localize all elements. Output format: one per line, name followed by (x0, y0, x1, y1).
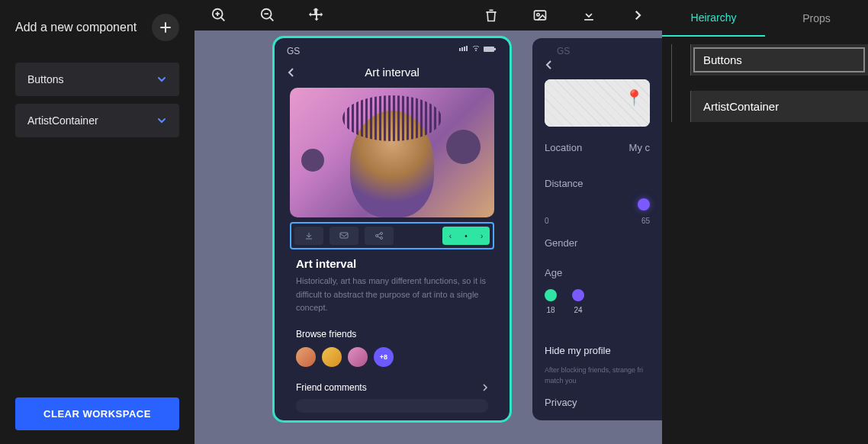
hierarchy-item-buttons[interactable]: Buttons (690, 44, 868, 76)
slider-thumb[interactable] (638, 198, 650, 211)
svg-point-8 (475, 50, 477, 51)
svg-rect-4 (459, 48, 461, 51)
avatar[interactable] (322, 347, 342, 367)
tab-hierarchy[interactable]: Heirarchy (662, 0, 765, 37)
distance-slider[interactable] (545, 200, 650, 211)
distance-max: 65 (641, 217, 650, 225)
plus-icon (159, 21, 172, 34)
svg-rect-10 (494, 48, 496, 50)
phone-mockup-settings[interactable]: GS 📍 Location My c Distance 0 65 (532, 38, 662, 420)
svg-rect-11 (340, 233, 348, 238)
location-row: Location My c (545, 137, 650, 167)
download-action-icon[interactable] (294, 227, 323, 245)
chevron-right-icon[interactable] (628, 6, 647, 24)
phone-header: Art interval (275, 61, 510, 88)
privacy-label: Privacy (545, 397, 650, 408)
hide-profile-desc: After blocking friends, strange fri matc… (545, 365, 650, 386)
nav-pill[interactable]: ‹•› (442, 227, 490, 245)
hide-profile-title: Hide my profile (545, 345, 650, 356)
phone-title: Art interval (294, 66, 490, 79)
component-item-buttons[interactable]: Buttons (15, 63, 179, 96)
age-max-value: 24 (574, 306, 582, 314)
zoom-in-icon[interactable] (210, 6, 228, 24)
back-icon[interactable] (545, 60, 662, 70)
svg-rect-7 (466, 46, 468, 51)
tab-props[interactable]: Props (765, 0, 868, 37)
image-add-icon[interactable] (531, 6, 549, 24)
component-item-label: ArtistContainer (27, 114, 98, 127)
chevron-down-icon (156, 115, 167, 126)
avatar-more[interactable]: +8 (374, 347, 394, 367)
gender-label: Gender (545, 237, 650, 249)
distance-label: Distance (545, 178, 650, 189)
design-canvas[interactable]: GS Art interval ‹•› (194, 0, 662, 444)
svg-rect-6 (464, 47, 465, 51)
status-bar: GS (545, 38, 662, 58)
age-label: Age (545, 267, 650, 278)
distance-min: 0 (545, 217, 549, 225)
buttons-component-selected[interactable]: ‹•› (290, 222, 494, 249)
avatar[interactable] (348, 347, 368, 367)
component-sidebar: Add a new component Buttons ArtistContai… (0, 0, 194, 444)
article-image (290, 88, 494, 217)
filters-group: Distance 0 65 Gender Age 18 24 (545, 167, 650, 325)
age-range-slider[interactable]: 18 24 (545, 289, 650, 314)
status-icons (459, 46, 497, 56)
browse-friends-heading: Browse friends (296, 329, 488, 339)
inspector-tabs: Heirarchy Props (662, 0, 868, 37)
move-icon[interactable] (307, 6, 326, 24)
clear-workspace-button[interactable]: CLEAR WORKSPACE (15, 397, 179, 430)
friend-comments-label: Friend comments (296, 382, 367, 393)
download-icon[interactable] (580, 6, 598, 24)
chevron-down-icon (156, 74, 167, 85)
location-label: Location (545, 142, 582, 153)
friend-comments-row[interactable]: Friend comments (296, 382, 488, 393)
component-item-label: Buttons (27, 73, 63, 85)
age-min-thumb[interactable] (545, 289, 557, 301)
add-component-button[interactable] (152, 14, 179, 41)
friends-avatars: +8 (296, 347, 488, 367)
map-preview[interactable]: 📍 (545, 79, 650, 127)
status-bar: GS (275, 38, 510, 61)
svg-point-3 (537, 14, 539, 16)
comment-preview (296, 399, 488, 413)
avatar[interactable] (296, 347, 316, 367)
status-brand: GS (557, 46, 570, 56)
delete-icon[interactable] (482, 6, 500, 24)
age-max-thumb[interactable] (572, 289, 584, 301)
add-component-header: Add a new component (15, 14, 179, 41)
phone-mockup-art[interactable]: GS Art interval ‹•› (275, 38, 510, 420)
message-action-icon[interactable] (330, 227, 358, 245)
article-heading: Art interval (296, 257, 488, 270)
back-icon[interactable] (287, 67, 294, 78)
hierarchy-item-artistcontainer[interactable]: ArtistContainer (690, 91, 868, 122)
location-value: My c (629, 142, 650, 153)
component-item-artistcontainer[interactable]: ArtistContainer (15, 104, 179, 137)
chevron-right-icon (482, 384, 488, 391)
article-description: Historically, art has many different fun… (296, 275, 488, 315)
share-action-icon[interactable] (365, 227, 394, 245)
pin-icon: 📍 (625, 88, 644, 107)
age-min-value: 18 (546, 306, 555, 314)
hierarchy-list: Buttons ArtistContainer (662, 44, 868, 137)
canvas-toolbar (194, 0, 662, 31)
zoom-out-icon[interactable] (259, 6, 277, 24)
inspector-panel: Heirarchy Props Buttons ArtistContainer (662, 0, 868, 444)
hide-profile-box: Hide my profile After blocking friends, … (545, 333, 650, 414)
svg-rect-9 (484, 47, 494, 52)
add-component-title: Add a new component (15, 21, 137, 34)
status-brand: GS (287, 46, 300, 56)
svg-rect-5 (461, 47, 463, 51)
